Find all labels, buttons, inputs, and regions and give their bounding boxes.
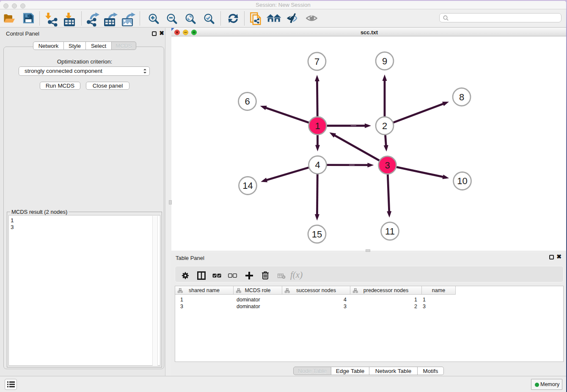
svg-text:14: 14 — [242, 180, 253, 191]
svg-text:15: 15 — [312, 229, 322, 240]
svg-text:2: 2 — [382, 121, 387, 131]
svg-text:8: 8 — [459, 92, 464, 102]
svg-text:6: 6 — [245, 96, 250, 107]
svg-text:7: 7 — [314, 56, 319, 67]
svg-text:9: 9 — [382, 56, 387, 66]
svg-text:4: 4 — [315, 160, 320, 170]
svg-text:3: 3 — [385, 160, 390, 171]
svg-text:11: 11 — [385, 226, 395, 237]
svg-text:10: 10 — [457, 176, 467, 186]
svg-text:1: 1 — [315, 121, 320, 131]
